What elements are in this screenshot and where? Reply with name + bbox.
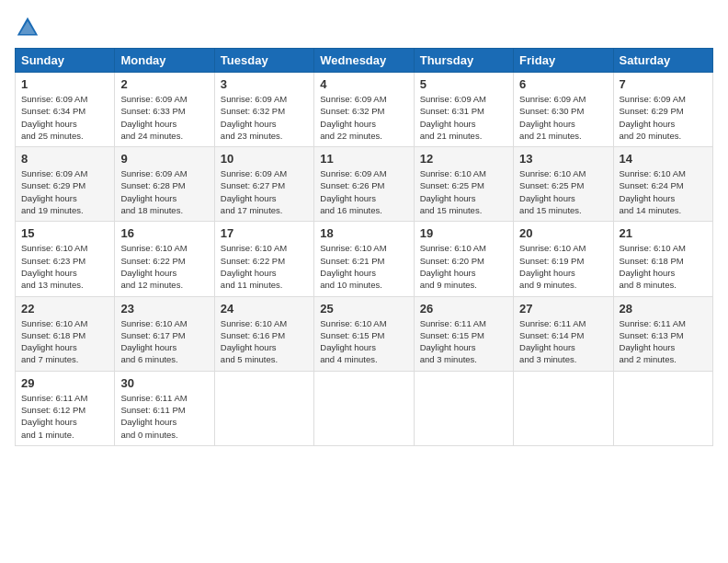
calendar-week-3: 15Sunrise: 6:10 AMSunset: 6:23 PMDayligh… xyxy=(16,222,713,296)
day-number: 11 xyxy=(320,152,407,166)
calendar-week-4: 22Sunrise: 6:10 AMSunset: 6:18 PMDayligh… xyxy=(16,296,713,371)
day-number: 25 xyxy=(320,302,407,316)
day-info: Sunrise: 6:09 AMSunset: 6:26 PMDaylight … xyxy=(320,167,407,216)
calendar-cell: 5Sunrise: 6:09 AMSunset: 6:31 PMDaylight… xyxy=(414,73,513,147)
day-number: 29 xyxy=(21,376,108,390)
weekday-header-sunday: Sunday xyxy=(16,49,115,73)
day-number: 17 xyxy=(221,226,308,240)
calendar-cell: 16Sunrise: 6:10 AMSunset: 6:22 PMDayligh… xyxy=(115,222,214,296)
day-number: 6 xyxy=(519,77,607,91)
day-info: Sunrise: 6:09 AMSunset: 6:27 PMDaylight … xyxy=(221,167,308,216)
calendar-week-5: 29Sunrise: 6:11 AMSunset: 6:12 PMDayligh… xyxy=(16,371,713,445)
day-info: Sunrise: 6:11 AMSunset: 6:11 PMDaylight … xyxy=(120,392,208,441)
calendar-cell: 25Sunrise: 6:10 AMSunset: 6:15 PMDayligh… xyxy=(314,296,414,371)
calendar-cell: 26Sunrise: 6:11 AMSunset: 6:15 PMDayligh… xyxy=(414,296,513,371)
day-info: Sunrise: 6:09 AMSunset: 6:29 PMDaylight … xyxy=(620,93,707,142)
calendar-cell: 8Sunrise: 6:09 AMSunset: 6:29 PMDaylight… xyxy=(16,147,115,222)
calendar-cell: 6Sunrise: 6:09 AMSunset: 6:30 PMDaylight… xyxy=(514,73,613,147)
calendar-cell xyxy=(514,371,613,445)
logo xyxy=(15,15,44,40)
day-info: Sunrise: 6:11 AMSunset: 6:15 PMDaylight … xyxy=(420,317,507,366)
calendar-cell: 15Sunrise: 6:10 AMSunset: 6:23 PMDayligh… xyxy=(16,222,115,296)
weekday-header-friday: Friday xyxy=(514,49,613,73)
calendar-cell: 21Sunrise: 6:10 AMSunset: 6:18 PMDayligh… xyxy=(613,222,712,296)
day-number: 8 xyxy=(21,152,108,166)
weekday-header-monday: Monday xyxy=(115,49,214,73)
day-number: 16 xyxy=(120,226,208,240)
day-number: 21 xyxy=(620,226,707,240)
calendar-cell: 24Sunrise: 6:10 AMSunset: 6:16 PMDayligh… xyxy=(214,296,313,371)
day-info: Sunrise: 6:10 AMSunset: 6:19 PMDaylight … xyxy=(519,242,607,291)
day-info: Sunrise: 6:10 AMSunset: 6:18 PMDaylight … xyxy=(21,317,108,366)
day-number: 2 xyxy=(120,77,208,91)
calendar-cell: 7Sunrise: 6:09 AMSunset: 6:29 PMDaylight… xyxy=(613,73,712,147)
calendar-cell xyxy=(214,371,313,445)
calendar-table: SundayMondayTuesdayWednesdayThursdayFrid… xyxy=(15,48,713,446)
calendar-cell: 20Sunrise: 6:10 AMSunset: 6:19 PMDayligh… xyxy=(514,222,613,296)
day-number: 13 xyxy=(519,152,607,166)
calendar-week-1: 1Sunrise: 6:09 AMSunset: 6:34 PMDaylight… xyxy=(16,73,713,147)
calendar-cell: 17Sunrise: 6:10 AMSunset: 6:22 PMDayligh… xyxy=(214,222,313,296)
day-number: 18 xyxy=(320,226,407,240)
calendar-cell: 13Sunrise: 6:10 AMSunset: 6:25 PMDayligh… xyxy=(514,147,613,222)
day-info: Sunrise: 6:11 AMSunset: 6:14 PMDaylight … xyxy=(519,317,607,366)
calendar-cell: 22Sunrise: 6:10 AMSunset: 6:18 PMDayligh… xyxy=(16,296,115,371)
day-number: 14 xyxy=(620,152,707,166)
weekday-header-saturday: Saturday xyxy=(613,49,712,73)
day-info: Sunrise: 6:10 AMSunset: 6:24 PMDaylight … xyxy=(620,167,707,216)
day-number: 22 xyxy=(21,302,108,316)
day-info: Sunrise: 6:10 AMSunset: 6:18 PMDaylight … xyxy=(620,242,707,291)
day-info: Sunrise: 6:10 AMSunset: 6:25 PMDaylight … xyxy=(519,167,607,216)
day-info: Sunrise: 6:10 AMSunset: 6:23 PMDaylight … xyxy=(21,242,108,291)
day-number: 10 xyxy=(221,152,308,166)
calendar-cell: 19Sunrise: 6:10 AMSunset: 6:20 PMDayligh… xyxy=(414,222,513,296)
page-header xyxy=(15,15,713,40)
logo-icon xyxy=(15,15,40,40)
day-info: Sunrise: 6:10 AMSunset: 6:16 PMDaylight … xyxy=(221,317,308,366)
calendar-cell: 30Sunrise: 6:11 AMSunset: 6:11 PMDayligh… xyxy=(115,371,214,445)
day-info: Sunrise: 6:11 AMSunset: 6:13 PMDaylight … xyxy=(620,317,707,366)
day-number: 19 xyxy=(420,226,507,240)
calendar-cell xyxy=(314,371,414,445)
day-number: 15 xyxy=(21,226,108,240)
day-info: Sunrise: 6:10 AMSunset: 6:15 PMDaylight … xyxy=(320,317,407,366)
day-number: 3 xyxy=(221,77,308,91)
calendar-cell: 28Sunrise: 6:11 AMSunset: 6:13 PMDayligh… xyxy=(613,296,712,371)
day-info: Sunrise: 6:10 AMSunset: 6:22 PMDaylight … xyxy=(221,242,308,291)
day-info: Sunrise: 6:09 AMSunset: 6:31 PMDaylight … xyxy=(420,93,507,142)
weekday-header-tuesday: Tuesday xyxy=(214,49,313,73)
day-info: Sunrise: 6:09 AMSunset: 6:28 PMDaylight … xyxy=(120,167,208,216)
day-number: 26 xyxy=(420,302,507,316)
calendar-cell: 29Sunrise: 6:11 AMSunset: 6:12 PMDayligh… xyxy=(16,371,115,445)
day-info: Sunrise: 6:11 AMSunset: 6:12 PMDaylight … xyxy=(21,392,108,441)
day-number: 24 xyxy=(221,302,308,316)
day-number: 12 xyxy=(420,152,507,166)
weekday-header-row: SundayMondayTuesdayWednesdayThursdayFrid… xyxy=(16,49,713,73)
weekday-header-thursday: Thursday xyxy=(414,49,513,73)
day-number: 5 xyxy=(420,77,507,91)
day-info: Sunrise: 6:10 AMSunset: 6:22 PMDaylight … xyxy=(120,242,208,291)
day-number: 30 xyxy=(120,376,208,390)
calendar-cell xyxy=(613,371,712,445)
day-number: 23 xyxy=(120,302,208,316)
day-number: 27 xyxy=(519,302,607,316)
calendar-cell: 23Sunrise: 6:10 AMSunset: 6:17 PMDayligh… xyxy=(115,296,214,371)
day-info: Sunrise: 6:10 AMSunset: 6:20 PMDaylight … xyxy=(420,242,507,291)
calendar-cell: 1Sunrise: 6:09 AMSunset: 6:34 PMDaylight… xyxy=(16,73,115,147)
day-number: 1 xyxy=(21,77,108,91)
day-number: 9 xyxy=(120,152,208,166)
day-info: Sunrise: 6:09 AMSunset: 6:34 PMDaylight … xyxy=(21,93,108,142)
calendar-cell xyxy=(414,371,513,445)
day-info: Sunrise: 6:09 AMSunset: 6:33 PMDaylight … xyxy=(120,93,208,142)
day-info: Sunrise: 6:10 AMSunset: 6:21 PMDaylight … xyxy=(320,242,407,291)
calendar-week-2: 8Sunrise: 6:09 AMSunset: 6:29 PMDaylight… xyxy=(16,147,713,222)
calendar-cell: 11Sunrise: 6:09 AMSunset: 6:26 PMDayligh… xyxy=(314,147,414,222)
calendar-cell: 12Sunrise: 6:10 AMSunset: 6:25 PMDayligh… xyxy=(414,147,513,222)
day-number: 28 xyxy=(620,302,707,316)
calendar-cell: 3Sunrise: 6:09 AMSunset: 6:32 PMDaylight… xyxy=(214,73,313,147)
day-number: 7 xyxy=(620,77,707,91)
calendar-cell: 2Sunrise: 6:09 AMSunset: 6:33 PMDaylight… xyxy=(115,73,214,147)
calendar-cell: 4Sunrise: 6:09 AMSunset: 6:32 PMDaylight… xyxy=(314,73,414,147)
day-number: 20 xyxy=(519,226,607,240)
day-number: 4 xyxy=(320,77,407,91)
